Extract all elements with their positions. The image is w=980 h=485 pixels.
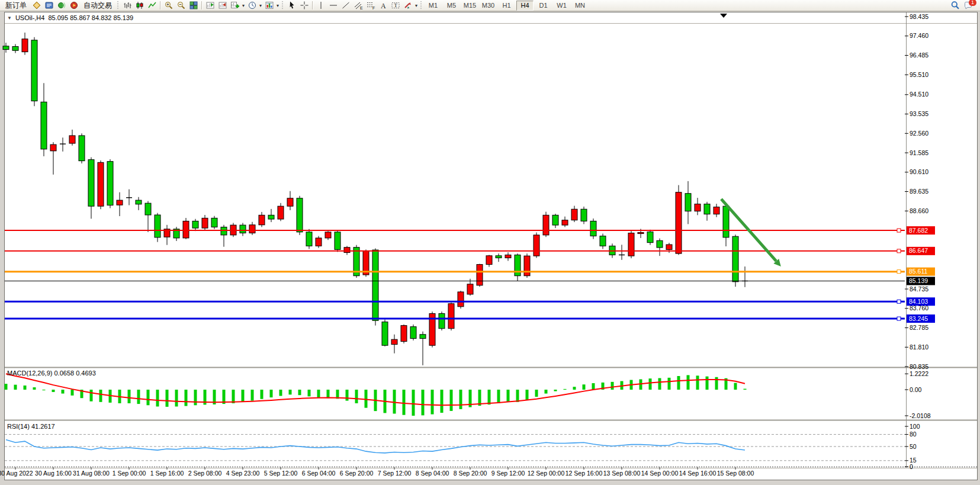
svg-text:-2.0108: -2.0108 — [910, 412, 931, 419]
timeframe-button-m1[interactable]: M1 — [425, 1, 442, 11]
zoom-in-icon[interactable] — [162, 1, 175, 11]
svg-text:80: 80 — [910, 431, 917, 438]
svg-text:83.245: 83.245 — [909, 315, 928, 322]
collapse-chart-icon[interactable]: ▼ — [7, 15, 12, 21]
svg-text:85.611: 85.611 — [909, 268, 927, 275]
svg-text:12 Sep 16:00: 12 Sep 16:00 — [565, 470, 603, 477]
candle-chart-icon[interactable] — [133, 1, 146, 11]
templates-icon[interactable] — [263, 1, 275, 11]
cursor-icon[interactable] — [285, 1, 298, 11]
svg-text:86.647: 86.647 — [909, 247, 928, 254]
svg-text:30 Aug 2022: 30 Aug 2022 — [0, 470, 33, 477]
bar-chart-icon[interactable] — [121, 1, 133, 11]
svg-text:31 Aug 08:00: 31 Aug 08:00 — [73, 470, 110, 477]
toolbar-grip[interactable] — [281, 1, 284, 9]
svg-text:100: 100 — [910, 423, 920, 430]
svg-text:0.00: 0.00 — [910, 386, 922, 393]
svg-text:E: E — [360, 6, 363, 10]
channel-icon[interactable]: E — [352, 1, 364, 11]
vline-icon[interactable] — [314, 1, 327, 11]
hline-icon[interactable] — [327, 1, 339, 11]
svg-text:97.460: 97.460 — [910, 32, 928, 39]
svg-text:30 Aug 16:00: 30 Aug 16:00 — [35, 470, 72, 477]
text-icon[interactable]: A — [377, 1, 389, 11]
svg-text:82.785: 82.785 — [910, 324, 928, 331]
arrows-icon[interactable] — [401, 1, 414, 11]
next-chart-icon[interactable] — [216, 1, 229, 11]
dropdown-caret-icon[interactable]: ▾ — [241, 3, 246, 8]
periods-icon[interactable] — [246, 1, 258, 11]
svg-text:7 Sep 12:00: 7 Sep 12:00 — [378, 470, 412, 477]
timeframe-button-d1[interactable]: D1 — [535, 1, 552, 11]
toolbar-grip[interactable] — [420, 1, 423, 9]
chat-button[interactable]: 1 — [961, 1, 975, 11]
dropdown-caret-icon[interactable]: ▾ — [275, 3, 280, 8]
svg-text:1 Sep 16:00: 1 Sep 16:00 — [150, 470, 184, 477]
chart-canvas[interactable]: 98.43597.46096.48595.51094.51093.53592.5… — [0, 0, 980, 485]
prev-chart-icon[interactable] — [204, 1, 216, 11]
data-window-icon[interactable] — [43, 1, 55, 11]
chart-symbol-period: USOil-,H4 — [15, 14, 45, 21]
svg-text:50: 50 — [910, 443, 917, 450]
svg-text:81.810: 81.810 — [910, 343, 928, 351]
svg-text:95.510: 95.510 — [910, 71, 928, 78]
dropdown-caret-icon[interactable]: ▾ — [414, 3, 419, 8]
svg-text:1 Sep 00:00: 1 Sep 00:00 — [113, 470, 146, 477]
search-icon[interactable] — [949, 1, 961, 11]
svg-text:96.485: 96.485 — [910, 52, 928, 59]
timeframe-button-mn[interactable]: MN — [571, 1, 589, 11]
new-chart-icon[interactable] — [229, 1, 241, 11]
svg-text:F: F — [372, 6, 375, 10]
svg-text:A: A — [381, 2, 386, 10]
svg-text:9 Sep 12:00: 9 Sep 12:00 — [491, 470, 525, 477]
crosshair-icon[interactable] — [298, 1, 310, 11]
svg-text:98.435: 98.435 — [910, 13, 928, 20]
tile-windows-icon[interactable] — [187, 1, 200, 11]
trendline-icon[interactable] — [339, 1, 352, 11]
svg-text:87.682: 87.682 — [909, 227, 928, 234]
toolbar-grip[interactable] — [117, 1, 120, 9]
svg-text:13 Sep 08:00: 13 Sep 08:00 — [603, 470, 641, 477]
rsi-indicator-label: RSI(14) 41.2617 — [7, 423, 55, 430]
svg-text:85.139: 85.139 — [909, 277, 928, 284]
svg-text:6 Sep 04:00: 6 Sep 04:00 — [302, 470, 336, 477]
chart-title-bar: ▼ USOil-,H4 85.095 85.867 84.832 85.139 — [7, 14, 133, 21]
main-toolbar: 新订单自动交易▾▾▾EFAT▾M1M5M15M30H1H4D1W1MN1 — [0, 0, 980, 11]
timeframe-button-h4[interactable]: H4 — [516, 1, 534, 11]
svg-text:93.535: 93.535 — [910, 110, 928, 117]
timeframe-button-m30[interactable]: M30 — [480, 1, 497, 11]
svg-text:1.2222: 1.2222 — [910, 370, 928, 377]
svg-text:94.510: 94.510 — [910, 91, 928, 98]
svg-text:6 Sep 20:00: 6 Sep 20:00 — [340, 470, 374, 477]
svg-text:T: T — [394, 2, 397, 8]
svg-text:80.835: 80.835 — [910, 363, 928, 370]
fibo-icon[interactable]: F — [364, 1, 377, 11]
dropdown-caret-icon[interactable]: ▾ — [258, 3, 263, 8]
chat-badge: 1 — [969, 0, 976, 6]
timeframe-button-h1[interactable]: H1 — [498, 1, 515, 11]
timeframe-button-m5[interactable]: M5 — [443, 1, 460, 11]
svg-text:84.103: 84.103 — [909, 298, 928, 305]
svg-text:12 Sep 00:00: 12 Sep 00:00 — [528, 470, 565, 477]
new-order-button[interactable]: 新订单 — [2, 1, 30, 11]
label-icon[interactable]: T — [389, 1, 401, 11]
svg-text:5 Sep 12:00: 5 Sep 12:00 — [264, 470, 298, 477]
zoom-out-icon[interactable] — [175, 1, 187, 11]
macd-indicator-label: MACD(12,26,9) 0.0658 0.4693 — [7, 370, 96, 377]
toolbar-separator — [312, 1, 313, 9]
autotrading-button[interactable]: 自动交易 — [80, 1, 115, 11]
line-chart-icon[interactable] — [146, 1, 158, 11]
svg-text:84.735: 84.735 — [910, 285, 928, 293]
svg-text:92.560: 92.560 — [910, 130, 928, 137]
sound-icon[interactable] — [55, 1, 68, 11]
autotrading-icon[interactable] — [68, 1, 80, 11]
svg-text:8 Sep 04:00: 8 Sep 04:00 — [416, 470, 449, 477]
svg-text:14 Sep 00:00: 14 Sep 00:00 — [641, 470, 679, 477]
timeframe-button-w1[interactable]: W1 — [553, 1, 570, 11]
svg-text:89.635: 89.635 — [910, 188, 928, 195]
timeframe-button-m15[interactable]: M15 — [461, 1, 478, 11]
svg-text:88.660: 88.660 — [910, 207, 928, 214]
svg-text:91.585: 91.585 — [910, 149, 928, 156]
new-order-icon[interactable] — [30, 1, 43, 11]
svg-text:15 Sep 08:00: 15 Sep 08:00 — [717, 470, 754, 477]
